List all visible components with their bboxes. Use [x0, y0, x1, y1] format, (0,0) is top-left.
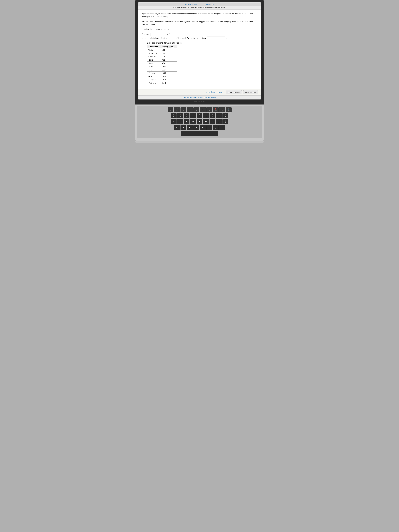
table-row: Copper8.94 [147, 62, 177, 65]
key-f12[interactable]: 🔊F12 [226, 107, 232, 112]
density-table-section: Densities of Some Common Substances Subs… [147, 42, 257, 85]
table-row: Aluminum2.72 [147, 52, 177, 55]
save-and-exit-button[interactable]: Save and Exit [243, 90, 258, 94]
density-cell: 8.94 [160, 62, 177, 65]
substance-cell: Water [147, 48, 160, 52]
key-y[interactable]: Y [184, 119, 190, 124]
table-title: Densities of Some Common Substances [147, 42, 257, 44]
key-o[interactable]: O [203, 119, 209, 124]
problem-paragraph1: A general chemistry student found a chun… [142, 12, 257, 18]
substance-cell: Chromium [147, 55, 160, 58]
identity-post-text: . [226, 37, 227, 39]
key-f5[interactable]: ✦✦F5 [181, 107, 186, 112]
substance-cell: Nickel [147, 58, 160, 62]
key-f10[interactable]: 🔇F10 [213, 107, 219, 112]
key-0[interactable]: )0 [209, 113, 215, 118]
main-content: A general chemistry student found a chun… [138, 10, 261, 89]
density-cell: 8.91 [160, 58, 177, 62]
col-header-substance: Substance [147, 45, 160, 48]
density-cell: 19.38 [160, 78, 177, 81]
key-f[interactable]: F [174, 125, 180, 130]
key-u[interactable]: U [190, 119, 196, 124]
density-cell: 1.00 [160, 48, 177, 52]
key-k[interactable]: K [200, 125, 206, 130]
key-minus[interactable]: _- [216, 113, 222, 118]
key-f6[interactable]: ✦✦✦F6 [187, 107, 193, 112]
substance-cell: Lead [147, 68, 160, 71]
identity-input[interactable] [207, 37, 225, 40]
table-row: Tungsten19.38 [147, 78, 177, 81]
substance-cell: Silver [147, 65, 160, 68]
table-row: Gold19.28 [147, 75, 177, 78]
table-row: Lead11.34 [147, 68, 177, 71]
key-7[interactable]: &7 [190, 113, 196, 118]
footer-links: Cengage Learning | Cengage Technical Sup… [138, 95, 261, 100]
key-f3[interactable]: □□□F3 [168, 107, 173, 112]
key-l[interactable]: L [206, 125, 212, 130]
substance-cell: Gold [147, 75, 160, 78]
macbook-label: MacBook Air [138, 100, 261, 103]
cengage-learning-link[interactable]: Cengage Learning [183, 97, 196, 98]
next-label: Next [218, 91, 222, 93]
key-f9[interactable]: ⏭F9 [206, 107, 212, 112]
key-f11[interactable]: 🔉F11 [219, 107, 225, 112]
density-row: Density = g / mL [142, 33, 257, 36]
chevron-left-icon [206, 91, 207, 93]
next-button[interactable]: Next [217, 91, 224, 94]
substance-cell: Tungsten [147, 78, 160, 81]
key-f7[interactable]: ⏮F7 [193, 107, 199, 112]
key-j[interactable]: J [193, 125, 199, 130]
key-8[interactable]: *8 [196, 113, 203, 118]
key-f4[interactable]: ⠿⠿⠿F4 [174, 107, 180, 112]
key-h[interactable]: H [187, 125, 193, 130]
key-r[interactable]: R [171, 119, 177, 124]
key-f8[interactable]: ⏯F8 [200, 107, 206, 112]
key-9[interactable]: (9 [203, 113, 209, 118]
previous-button[interactable]: Previous [205, 91, 215, 94]
density-cell: 13.60 [160, 71, 177, 75]
email-instructor-button[interactable]: Email Instructor [226, 90, 242, 94]
key-rbracket[interactable]: }] [222, 119, 228, 124]
cengage-support-link[interactable]: Cengage Technical Support [197, 97, 216, 98]
density-cell: 11.34 [160, 68, 177, 71]
review-topics-link[interactable]: [Review Topics] [185, 3, 196, 5]
density-cell: 7.25 [160, 55, 177, 58]
key-t[interactable]: T [177, 119, 183, 124]
references-link[interactable]: [References] [204, 3, 214, 5]
substance-cell: Platinum [147, 81, 160, 85]
density-cell: 21.46 [160, 81, 177, 85]
density-input[interactable] [151, 33, 166, 36]
density-table: Substance Density (g/mL) Water1.00Alumin… [147, 45, 177, 85]
keyboard-area: □□□F3 ⠿⠿⠿F4 ✦✦F5 ✦✦✦F6 ⏮F7 ⏯F8 ⏭F9 🔇F10 … [135, 105, 264, 141]
density-cell: 2.72 [160, 52, 177, 55]
footer-nav: Previous Next Email Instructor Save and … [138, 89, 261, 95]
qwerty-key-row: R T Y U I O P {[ }] [139, 119, 260, 124]
chevron-right-icon [222, 91, 223, 93]
table-row: Nickel8.91 [147, 58, 177, 62]
keyboard: □□□F3 ⠿⠿⠿F4 ✦✦F5 ✦✦✦F6 ⏮F7 ⏯F8 ⏭F9 🔇F10 … [137, 106, 262, 138]
key-i[interactable]: I [196, 119, 203, 124]
identity-row: Use the table below to decide the identi… [142, 37, 257, 40]
key-g[interactable]: G [181, 125, 186, 130]
key-quote[interactable]: "' [219, 125, 225, 130]
key-5[interactable]: %5 [177, 113, 183, 118]
number-key-row: $4 %5 ^6 &7 *8 (9 )0 _- += [139, 113, 260, 118]
key-equals[interactable]: += [222, 113, 228, 118]
col-header-density: Density (g/mL) [160, 45, 177, 48]
density-instruction: Calculate the density of the metal. [142, 28, 257, 31]
identity-pre-text: Use the table below to decide the identi… [142, 37, 206, 39]
sub-bar: Use the References to access important v… [138, 6, 261, 10]
top-bar: [Review Topics] [References] [138, 2, 261, 6]
table-row: Mercury13.60 [147, 71, 177, 75]
sub-bar-text: Use the References to access important v… [173, 7, 226, 9]
key-4[interactable]: $4 [171, 113, 177, 118]
key-space[interactable] [181, 131, 218, 136]
table-row: Water1.00 [147, 48, 177, 52]
key-p[interactable]: P [209, 119, 215, 124]
key-semicolon[interactable]: :; [213, 125, 219, 130]
density-equals-label: Density = [142, 33, 150, 35]
key-6[interactable]: ^6 [184, 113, 190, 118]
asdf-key-row: F G H J K L :; "' [139, 125, 260, 130]
key-lbracket[interactable]: {[ [216, 119, 222, 124]
fn-key-row: □□□F3 ⠿⠿⠿F4 ✦✦F5 ✦✦✦F6 ⏮F7 ⏯F8 ⏭F9 🔇F10 … [139, 107, 260, 112]
